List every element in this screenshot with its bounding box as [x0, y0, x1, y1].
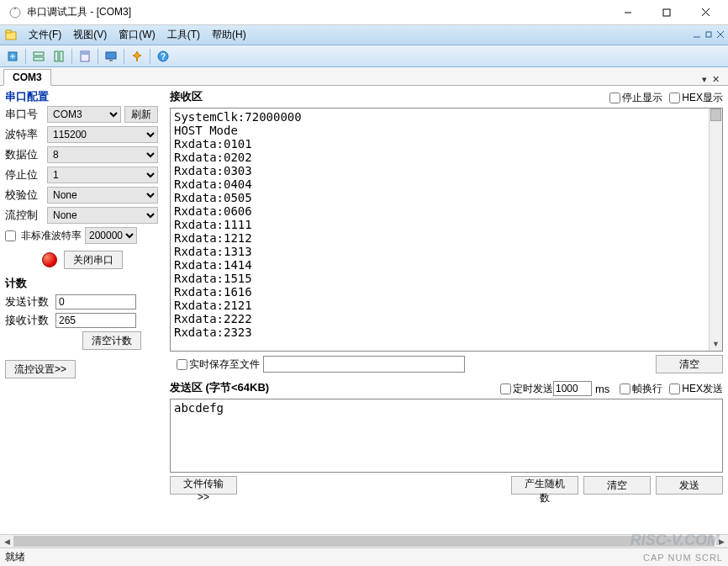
- menubar: 文件(F) 视图(V) 窗口(W) 工具(T) 帮助(H): [0, 25, 728, 45]
- hex-send-label: HEX发送: [682, 382, 723, 396]
- mdi-restore-icon[interactable]: [704, 29, 713, 41]
- pause-display-checkbox[interactable]: [609, 93, 620, 103]
- svg-rect-16: [34, 57, 44, 61]
- toolbar-divider: [25, 49, 26, 64]
- scroll-down-icon[interactable]: ▼: [710, 337, 722, 351]
- timed-interval-field[interactable]: [553, 381, 592, 396]
- toolbar-calculator-icon[interactable]: [76, 47, 94, 66]
- tab-com3[interactable]: COM3: [3, 69, 51, 86]
- menu-tools[interactable]: 工具(T): [162, 26, 205, 44]
- recv-count-label: 接收计数: [5, 313, 52, 328]
- status-text: 就绪: [5, 550, 25, 564]
- close-port-button[interactable]: 关闭串口: [64, 251, 123, 269]
- tabstrip: COM3 ▾ ✕: [0, 67, 728, 86]
- menu-view[interactable]: 视图(V): [68, 26, 112, 44]
- tx-title: 发送区 (字节<64KB): [170, 380, 269, 395]
- send-count-field[interactable]: [55, 294, 136, 309]
- port-label: 串口号: [5, 107, 44, 122]
- svg-rect-1: [14, 8, 16, 9]
- toolbar-divider: [150, 49, 150, 64]
- titlebar: 串口调试工具 - [COM3]: [0, 0, 728, 25]
- rx-title: 接收区: [170, 89, 203, 104]
- frame-wrap-checkbox[interactable]: [620, 384, 630, 394]
- hex-send-checkbox[interactable]: [669, 384, 680, 394]
- toolbar-new-icon[interactable]: [3, 47, 22, 66]
- pause-label: 停止显示: [622, 91, 662, 105]
- statusbar: 就绪 CAP NUM SCRL: [0, 547, 728, 566]
- parity-select[interactable]: None: [47, 187, 158, 204]
- baud-select[interactable]: 115200: [47, 126, 158, 143]
- tx-textarea[interactable]: abcdefg: [170, 399, 723, 473]
- send-button[interactable]: 发送: [656, 476, 723, 495]
- rx-scrollbar[interactable]: ▲ ▼: [709, 108, 722, 351]
- nonstd-baud-select[interactable]: 200000: [85, 227, 137, 244]
- toolbar-monitor-icon[interactable]: [102, 47, 120, 66]
- right-panel: 接收区 停止显示 HEX显示 SystemClk:72000000 HOST M…: [170, 89, 723, 534]
- svg-rect-22: [109, 60, 113, 61]
- save-path-field[interactable]: [263, 356, 465, 373]
- stopbits-label: 停止位: [5, 167, 44, 182]
- recv-count-field[interactable]: [55, 313, 136, 328]
- baud-label: 波特率: [5, 127, 44, 142]
- svg-rect-17: [55, 51, 58, 61]
- maximize-button[interactable]: [647, 0, 686, 25]
- hex-display-checkbox[interactable]: [669, 93, 680, 103]
- toolbar-help-icon[interactable]: ?: [154, 47, 172, 66]
- toolbar-divider: [98, 49, 98, 64]
- scroll-thumb[interactable]: [710, 108, 721, 121]
- mdi-close-icon[interactable]: [716, 29, 725, 41]
- toolbar-tile-v-icon[interactable]: [50, 47, 68, 66]
- tab-close-icon[interactable]: ✕: [712, 74, 720, 85]
- svg-rect-18: [60, 51, 63, 61]
- rx-textarea[interactable]: SystemClk:72000000 HOST Mode Rxdata:0101…: [170, 108, 723, 352]
- left-panel: 串口配置 串口号 COM3 刷新 波特率 115200 数据位 8 停止位 1 …: [5, 89, 158, 534]
- svg-rect-7: [6, 30, 11, 33]
- refresh-button[interactable]: 刷新: [124, 106, 158, 123]
- toolbar: ?: [0, 45, 728, 67]
- keyboard-status: CAP NUM SCRL: [643, 553, 723, 563]
- flow-select[interactable]: None: [47, 207, 158, 224]
- scroll-right-icon[interactable]: ▶: [715, 535, 728, 547]
- nonstd-label: 非标准波特率: [21, 229, 82, 243]
- save-to-file-checkbox[interactable]: [177, 359, 187, 370]
- nonstd-baud-checkbox[interactable]: [5, 230, 16, 241]
- svg-rect-9: [706, 32, 711, 37]
- toolbar-pin-icon[interactable]: [128, 47, 146, 66]
- stopbits-select[interactable]: 1: [47, 167, 158, 183]
- toolbar-tile-h-icon[interactable]: [29, 47, 48, 66]
- toolbar-divider: [124, 49, 124, 64]
- tx-clear-button[interactable]: 清空: [583, 476, 651, 495]
- save-label: 实时保存至文件: [189, 357, 260, 372]
- menu-file[interactable]: 文件(F): [24, 26, 66, 44]
- window-icon[interactable]: [3, 28, 18, 43]
- content-area: 串口配置 串口号 COM3 刷新 波特率 115200 数据位 8 停止位 1 …: [0, 86, 728, 534]
- rx-clear-button[interactable]: 清空: [656, 355, 723, 373]
- menu-window[interactable]: 窗口(W): [113, 26, 160, 44]
- port-select[interactable]: COM3: [47, 106, 121, 123]
- timed-label: 定时发送: [513, 382, 553, 396]
- clear-count-button[interactable]: 清空计数: [82, 331, 141, 350]
- tab-dropdown-icon[interactable]: ▾: [702, 74, 707, 85]
- databits-select[interactable]: 8: [47, 146, 158, 163]
- svg-rect-21: [106, 52, 116, 59]
- horizontal-scrollbar[interactable]: ◀ ▶: [0, 534, 728, 547]
- mdi-minimize-icon[interactable]: [693, 29, 701, 41]
- toolbar-divider: [71, 49, 72, 64]
- parity-label: 校验位: [5, 188, 44, 203]
- hscroll-thumb[interactable]: [13, 536, 715, 547]
- file-transfer-button[interactable]: 文件传输>>: [170, 476, 237, 495]
- timed-unit: ms: [595, 383, 609, 395]
- wrap-label: 帧换行: [632, 382, 662, 396]
- close-button[interactable]: [686, 0, 725, 25]
- scroll-left-icon[interactable]: ◀: [0, 535, 13, 547]
- send-count-label: 发送计数: [5, 294, 52, 309]
- window-title: 串口调试工具 - [COM3]: [27, 5, 609, 19]
- svg-text:?: ?: [161, 52, 166, 61]
- flow-settings-button[interactable]: 流控设置>>: [5, 360, 76, 378]
- random-button[interactable]: 产生随机数: [511, 476, 578, 495]
- counts-title: 计数: [5, 276, 158, 291]
- menu-help[interactable]: 帮助(H): [207, 26, 251, 44]
- hex-label: HEX显示: [682, 91, 723, 105]
- timed-send-checkbox[interactable]: [500, 384, 511, 394]
- minimize-button[interactable]: [609, 0, 647, 25]
